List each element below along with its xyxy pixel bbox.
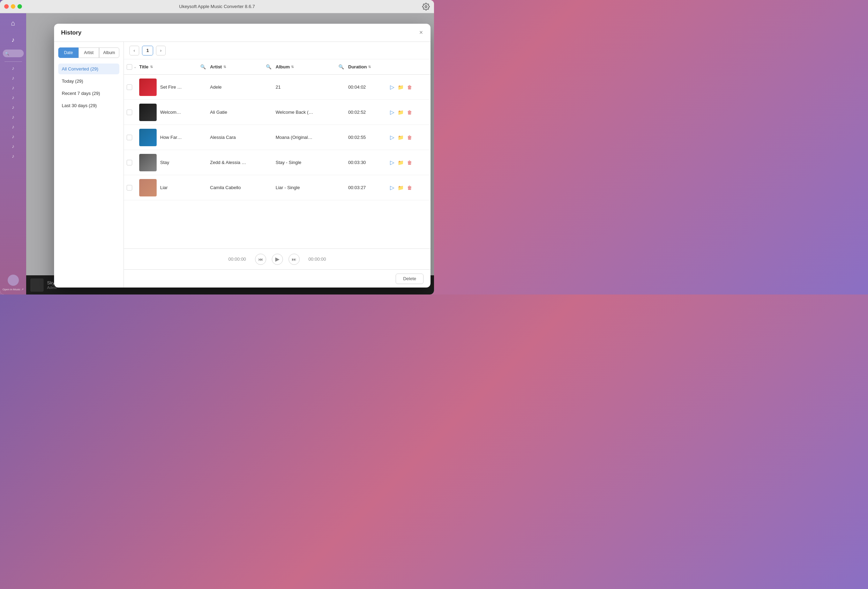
row-album-4: Liar - Single <box>276 185 338 190</box>
row-delete-button-1[interactable]: 🗑 <box>407 109 412 115</box>
row-thumb-4 <box>139 179 156 196</box>
tab-album[interactable]: Album <box>99 47 119 58</box>
row-delete-button-4[interactable]: 🗑 <box>407 185 412 190</box>
titlebar: Ukeysoft Apple Music Converter 8.6.7 <box>0 0 434 13</box>
home-icon[interactable]: ⌂ <box>6 16 20 30</box>
row-play-button-4[interactable]: ▷ <box>390 184 394 191</box>
row-actions-1: ▷ 📁 🗑 <box>390 109 428 115</box>
prev-track-icon: ⏮ <box>258 257 263 262</box>
row-play-button-1[interactable]: ▷ <box>390 109 394 115</box>
row-title-cell-3: Stay <box>139 154 200 171</box>
tab-date[interactable]: Date <box>58 47 78 58</box>
search-title-icon[interactable]: 🔍 <box>200 64 210 69</box>
filter-recent-7-days[interactable]: Recent 7 days (29) <box>58 88 119 99</box>
sort-arrow-title-left[interactable]: ⌄ <box>134 65 136 69</box>
row-delete-button-0[interactable]: 🗑 <box>407 84 412 90</box>
row-duration-0: 00:04:02 <box>348 84 390 90</box>
search-bar[interactable]: 🔍 <box>3 50 24 57</box>
row-title-cell-4: Liar <box>139 179 200 196</box>
apple-music-icon[interactable]: ♪ <box>6 33 20 47</box>
player-time-right: 00:00:00 <box>305 257 326 262</box>
row-checkbox-1[interactable] <box>127 109 139 115</box>
row-title-cell-2: How Far… <box>139 129 200 146</box>
row-checkbox-0[interactable] <box>127 84 139 90</box>
row-checkbox-4[interactable] <box>127 185 139 190</box>
filter-last-30-days[interactable]: Last 30 days (29) <box>58 100 119 111</box>
row-title-3: Stay <box>160 160 169 165</box>
filter-today[interactable]: Today (29) <box>58 76 119 87</box>
sidebar-item-6[interactable]: ♪ <box>6 113 20 121</box>
close-traffic-light[interactable] <box>4 4 9 9</box>
row-duration-1: 00:02:52 <box>348 109 390 115</box>
row-duration-2: 00:02:55 <box>348 135 390 140</box>
next-track-button[interactable]: ⏭ <box>288 254 300 265</box>
open-in-music-label[interactable]: Open in Music ↗ <box>1 287 25 292</box>
dialog-body: Date Artist Album All Converted (29) Tod… <box>54 42 431 288</box>
sort-icon-artist[interactable]: ⇅ <box>223 65 226 69</box>
row-play-button-3[interactable]: ▷ <box>390 159 394 166</box>
row-checkbox-2[interactable] <box>127 135 139 140</box>
sidebar-item-2[interactable]: ♪ <box>6 74 20 82</box>
row-play-button-2[interactable]: ▷ <box>390 134 394 140</box>
sort-icon-title[interactable]: ⇅ <box>150 65 153 69</box>
row-folder-button-2[interactable]: 📁 <box>398 135 404 140</box>
row-thumb-0 <box>139 78 156 96</box>
history-dialog: History × Date Artist Album All Converte… <box>54 24 431 288</box>
tab-artist[interactable]: Artist <box>78 47 99 58</box>
sidebar-item-9[interactable]: ♪ <box>6 142 20 151</box>
sidebar-item-1[interactable]: ♪ <box>6 64 20 72</box>
row-folder-button-4[interactable]: 📁 <box>398 185 404 190</box>
sidebar-item-4[interactable]: ♪ <box>6 93 20 102</box>
prev-page-button[interactable]: ‹ <box>130 46 139 56</box>
table-row: Stay Zedd & Alessia … Stay - Single 00:0… <box>124 150 431 175</box>
traffic-lights <box>4 4 22 9</box>
row-album-1: Welcome Back (… <box>276 109 338 115</box>
app-body: ⌂ ♪ 🔍 ♪ ♪ ♪ ♪ ♪ ♪ ♪ ♪ ♪ ♪ Open in Music … <box>0 13 434 294</box>
close-button[interactable]: × <box>417 29 425 37</box>
maximize-traffic-light[interactable] <box>18 4 22 9</box>
player-time-left: 00:00:00 <box>229 257 249 262</box>
sidebar-item-7[interactable]: ♪ <box>6 123 20 131</box>
minimize-traffic-light[interactable] <box>11 4 15 9</box>
left-panel: Date Artist Album All Converted (29) Tod… <box>54 42 124 288</box>
next-page-button[interactable]: › <box>156 46 166 56</box>
dialog-header: History × <box>54 24 431 42</box>
row-album-2: Moana (Original… <box>276 135 338 140</box>
play-button[interactable]: ▶ <box>272 254 283 265</box>
sidebar-item-10[interactable]: ♪ <box>6 152 20 160</box>
row-delete-button-3[interactable]: 🗑 <box>407 160 412 165</box>
row-play-button-0[interactable]: ▷ <box>390 84 394 90</box>
select-all-checkbox[interactable] <box>127 64 132 70</box>
row-folder-button-3[interactable]: 📁 <box>398 160 404 165</box>
row-duration-4: 00:03:27 <box>348 185 390 190</box>
prev-track-button[interactable]: ⏮ <box>255 254 266 265</box>
tab-group: Date Artist Album <box>58 47 119 58</box>
sidebar: ⌂ ♪ 🔍 ♪ ♪ ♪ ♪ ♪ ♪ ♪ ♪ ♪ ♪ Open in Music … <box>0 13 26 294</box>
delete-button[interactable]: Delete <box>396 273 424 284</box>
gear-icon[interactable] <box>422 3 430 10</box>
sidebar-item-5[interactable]: ♪ <box>6 103 20 111</box>
row-thumb-3 <box>139 154 156 171</box>
row-folder-button-1[interactable]: 📁 <box>398 109 404 115</box>
row-actions-2: ▷ 📁 🗑 <box>390 134 428 140</box>
search-artist-icon[interactable]: 🔍 <box>266 64 276 69</box>
sidebar-divider <box>4 61 22 62</box>
row-thumb-2 <box>139 129 156 146</box>
sort-icon-album[interactable]: ⇅ <box>291 65 294 69</box>
table-row: Set Fire … Adele 21 00:04:02 ▷ 📁 🗑 <box>124 75 431 100</box>
sidebar-item-8[interactable]: ♪ <box>6 132 20 140</box>
current-page-display: 1 <box>142 46 153 56</box>
svg-point-0 <box>425 6 427 8</box>
row-actions-0: ▷ 📁 🗑 <box>390 84 428 90</box>
filter-all-converted[interactable]: All Converted (29) <box>58 63 119 74</box>
next-track-icon: ⏭ <box>292 257 297 262</box>
row-folder-button-0[interactable]: 📁 <box>398 84 404 90</box>
row-checkbox-3[interactable] <box>127 160 139 165</box>
dialog-player: 00:00:00 ⏮ ▶ ⏭ 00:00:00 <box>124 248 431 269</box>
search-album-icon[interactable]: 🔍 <box>338 64 348 69</box>
sort-icon-duration[interactable]: ⇅ <box>368 65 371 69</box>
row-delete-button-2[interactable]: 🗑 <box>407 135 412 140</box>
sidebar-item-3[interactable]: ♪ <box>6 83 20 92</box>
table-header: ⌄ Title ⇅ 🔍 Artist ⇅ <box>124 59 431 75</box>
row-title-1: Welcom… <box>160 109 181 115</box>
